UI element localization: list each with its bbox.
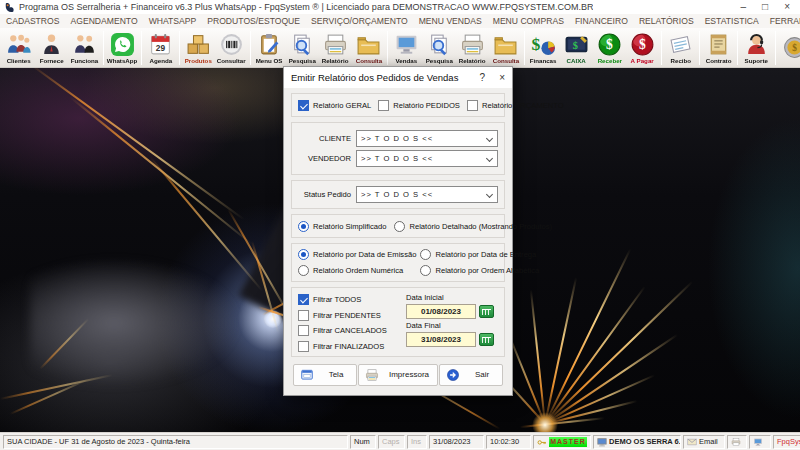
minimize-button[interactable]: – xyxy=(741,2,747,12)
checkbox-filtrar-finalizados[interactable]: Filtrar FINALIZADOS xyxy=(298,341,400,352)
toolbar-button-suporte[interactable]: Suporte xyxy=(740,32,773,64)
menu-item-produtos-estoque[interactable]: PRODUTOS/ESTOQUE xyxy=(207,16,300,26)
toolbar-button-item[interactable]: $ xyxy=(778,35,800,60)
button-label: Tela xyxy=(322,370,350,379)
toolbar-button-contrato[interactable]: Contrato xyxy=(702,32,735,64)
filters-dates-group: Filtrar TODOSFiltrar PENDENTESFiltrar CA… xyxy=(291,287,505,357)
toolbar-separator xyxy=(141,31,142,65)
toolbar-button-consultar[interactable]: Consultar xyxy=(215,32,248,64)
radio-label: Relatório por Ordem Alfabética xyxy=(435,266,539,275)
vendedor-select[interactable]: >> T O D O S << xyxy=(356,150,498,167)
menu-item-whatsapp[interactable]: WHATSAPP xyxy=(149,16,197,26)
dialog-close-button[interactable]: × xyxy=(499,72,505,83)
toolbar-button-menu-os[interactable]: Menu OS xyxy=(253,32,286,64)
printer-sm-icon xyxy=(731,437,741,447)
support-icon xyxy=(744,32,769,57)
checkbox-relatorio-orcamento[interactable]: Relatório ORÇAMENTO xyxy=(467,100,564,111)
calendar-button[interactable] xyxy=(479,305,494,318)
radio-relatorio-por-data-de-emissao[interactable]: Relatório por Data de Emissão xyxy=(298,249,416,260)
toolbar-button-consulta[interactable]: Consulta xyxy=(352,32,385,64)
statusbar-item xyxy=(727,435,747,449)
radio-relatorio-por-ordem-alfabetica[interactable]: Relatório por Ordem Alfabética xyxy=(420,265,539,276)
maximize-button[interactable]: □ xyxy=(762,2,768,12)
checkbox-relatorio-pedidos[interactable]: Relatório PEDIDOS xyxy=(378,100,460,111)
spark-streak xyxy=(29,68,245,221)
status-pedido-select[interactable]: >> T O D O S << xyxy=(356,186,498,203)
menu-item-financeiro[interactable]: FINANCEIRO xyxy=(575,16,628,26)
menu-item-menu-vendas[interactable]: MENU VENDAS xyxy=(419,16,482,26)
toolbar-separator xyxy=(661,31,662,65)
radio-relatorio-simplificado[interactable]: Relatório Simplificado xyxy=(298,221,386,232)
toolbar-label: Funciona xyxy=(71,57,98,64)
menu-item-cadastros[interactable]: CADASTROS xyxy=(6,16,59,26)
toolbar-button-fornece[interactable]: Fornece xyxy=(35,32,68,64)
menu-item-servico-orcamento[interactable]: SERVIÇO/ORÇAMENTO xyxy=(311,16,408,26)
toolbar-button-clientes[interactable]: Clientes xyxy=(2,32,35,64)
toolbar-button-recibo[interactable]: Recibo xyxy=(664,32,697,64)
menubar: CADASTROSAGENDAMENTOWHATSAPPPRODUTOS/EST… xyxy=(0,14,800,28)
app-logo-icon xyxy=(4,2,15,13)
data-final-label: Data Final xyxy=(406,321,498,330)
statusbar-sua-cidade-uf-31-de-agosto-de-2023-quinta-feira: SUA CIDADE - UF 31 de Agosto de 2023 - Q… xyxy=(3,435,348,449)
toolbar-button-financas[interactable]: $Financas xyxy=(527,32,560,64)
report-type-label: Relatório ORÇAMENTO xyxy=(482,101,564,110)
menu-item-menu-compras[interactable]: MENU COMPRAS xyxy=(493,16,564,26)
pay-icon: $ xyxy=(630,32,655,57)
toolbar-label: Contrato xyxy=(706,57,732,64)
window-title: Programa OS Serralheria + Financeiro v6.… xyxy=(19,2,593,12)
statusbar-num: Num xyxy=(350,435,376,449)
toolbar-label: Relatório xyxy=(459,57,486,64)
data-inicial-field[interactable]: 01/08/2023 xyxy=(406,304,476,319)
toolbar-button-pesquisa[interactable]: Pesquisa xyxy=(423,32,456,64)
toolbar-label: Consultar xyxy=(217,57,246,64)
titlebar: Programa OS Serralheria + Financeiro v6.… xyxy=(0,0,800,14)
checkbox-filtrar-todos[interactable]: Filtrar TODOS xyxy=(298,294,400,305)
checkbox-relatorio-geral[interactable]: Relatório GERAL xyxy=(298,100,371,111)
menu-item-relatorios[interactable]: RELATÓRIOS xyxy=(639,16,694,26)
statusbar-text: Num xyxy=(354,437,370,446)
checkbox-filtrar-pendentes[interactable]: Filtrar PENDENTES xyxy=(298,310,400,321)
clipboard-icon xyxy=(257,32,282,57)
statusbar-email: Email xyxy=(683,435,725,449)
toolbar-button-produtos[interactable]: Produtos xyxy=(182,32,215,64)
dialog-titlebar[interactable]: Emitir Relatório dos Pedidos de Vendas ?… xyxy=(284,67,512,88)
menu-item-agendamento[interactable]: AGENDAMENTO xyxy=(70,16,137,26)
toolbar-button-relatorio[interactable]: Relatório xyxy=(319,32,352,64)
radio-relatorio-por-data-de-entrega[interactable]: Relatório por Data de Entrega xyxy=(420,249,539,260)
toolbar-label: Agenda xyxy=(149,57,172,64)
toolbar-button-a-pagar[interactable]: $A Pagar xyxy=(626,32,659,64)
toolbar-button-relatorio[interactable]: Relatório xyxy=(456,32,489,64)
toolbar-button-pesquisa[interactable]: Pesquisa xyxy=(286,32,319,64)
cliente-select[interactable]: >> T O D O S << xyxy=(356,130,498,147)
radio-label: Relatório Simplificado xyxy=(313,222,386,231)
menu-item-estatistica[interactable]: ESTATISTICA xyxy=(705,16,759,26)
data-final-field[interactable]: 31/08/2023 xyxy=(406,332,476,347)
radio-relatorio-ordem-numerica[interactable]: Relatório Ordem Numérica xyxy=(298,265,416,276)
dialog-help-button[interactable]: ? xyxy=(480,72,486,83)
checkbox-filtrar-cancelados[interactable]: Filtrar CANCELADOS xyxy=(298,325,400,336)
toolbar-label: Recibo xyxy=(670,57,691,64)
toolbar-label: Pesquisa xyxy=(426,57,453,64)
toolbar-button-agenda[interactable]: 29Agenda xyxy=(144,32,177,64)
toolbar-button-whatsapp[interactable]: WhatsApp xyxy=(106,32,139,64)
svg-text:$: $ xyxy=(573,40,578,51)
search-doc-icon xyxy=(290,32,315,57)
toolbar-button-caixa[interactable]: $CAIXA xyxy=(560,32,593,64)
impressora-button[interactable]: Impressora xyxy=(358,364,438,386)
toolbar-separator xyxy=(524,31,525,65)
toolbar-button-funciona[interactable]: Funciona xyxy=(68,32,101,64)
statusbar-text: Caps xyxy=(382,437,400,446)
svg-text:$: $ xyxy=(606,37,613,52)
menu-item-ferramentas[interactable]: FERRAMENTAS xyxy=(770,16,800,26)
toolbar-button-consulta[interactable]: Consulta xyxy=(489,32,522,64)
tela-button[interactable]: Tela xyxy=(293,364,357,386)
format-options-group: Relatório SimplificadoRelatório Detalhad… xyxy=(291,214,505,238)
calendar-button[interactable] xyxy=(479,333,494,346)
sair-button[interactable]: Sair xyxy=(439,364,503,386)
close-button[interactable]: × xyxy=(784,2,790,12)
toolbar-button-vendas[interactable]: Vendas xyxy=(390,32,423,64)
toolbar-button-receber[interactable]: $Receber xyxy=(593,32,626,64)
statusbar-text: Ins xyxy=(411,437,421,446)
radio-relatorio-detalhado-mostrando-produtos[interactable]: Relatório Detalhado (Mostrando Produtos) xyxy=(394,221,552,232)
folder-icon xyxy=(493,32,518,57)
